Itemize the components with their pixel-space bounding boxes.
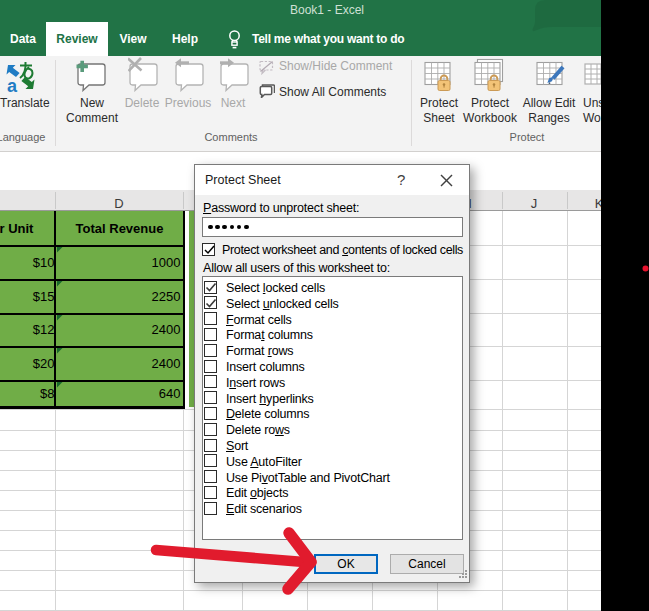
svg-text:a: a (7, 76, 18, 96)
